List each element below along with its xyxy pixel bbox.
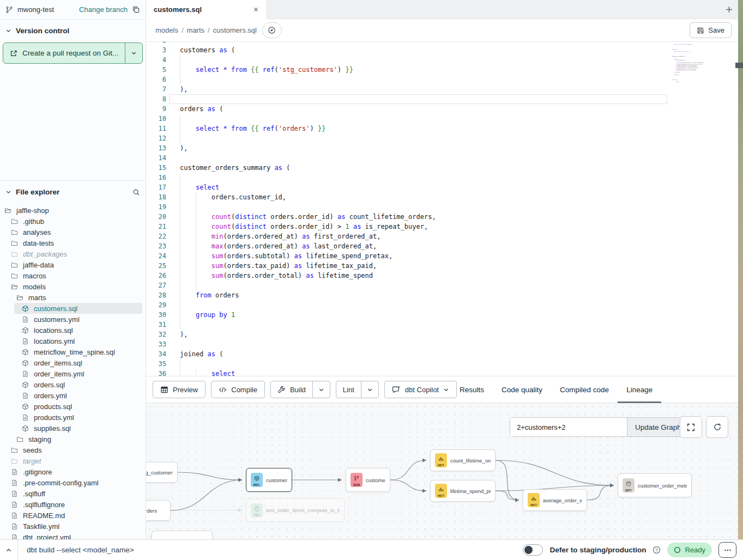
code-line-13[interactable]: 13), — [146, 143, 697, 153]
code-line-34[interactable]: 34joined as ( — [146, 349, 697, 359]
tree-item-products.sql[interactable]: products.sql — [0, 401, 146, 412]
code-line-24[interactable]: 24 sum(orders.subtotal) as lifetime_spen… — [146, 251, 697, 261]
code-line-19[interactable]: 19 — [146, 202, 697, 212]
code-line-23[interactable]: 23 max(orders.ordered_at) as last_ordere… — [146, 241, 697, 251]
breadcrumb-marts[interactable]: marts — [187, 26, 205, 34]
create-pull-request-dropdown[interactable] — [125, 43, 142, 63]
build-button[interactable]: Build — [271, 381, 313, 398]
code-line-32[interactable]: 32), — [146, 330, 697, 339]
fullscreen-button[interactable] — [680, 416, 702, 438]
code-line-22[interactable]: 22 min(orders.ordered_at) as first_order… — [146, 232, 697, 241]
lineage-node-customers_mdl[interactable]: MDLcustomers — [246, 468, 292, 492]
new-tab-button[interactable] — [721, 1, 737, 17]
lint-dropdown[interactable] — [361, 381, 378, 398]
tree-item-.sqlfluff[interactable]: .sqlfluff — [0, 488, 146, 499]
search-icon[interactable] — [132, 188, 140, 196]
code-line-14[interactable]: 14 — [146, 153, 697, 163]
tree-item-seeds[interactable]: seeds — [0, 445, 146, 455]
lineage-selector-input[interactable] — [510, 418, 627, 436]
code-line-15[interactable]: 15customer_orders_summary as ( — [146, 163, 697, 173]
tab-compiled-code[interactable]: Compiled code — [551, 376, 618, 403]
refresh-button[interactable] — [706, 416, 728, 438]
lineage-canvas[interactable]: Update Graph MDLstg_customersMDLordersMD… — [146, 403, 743, 539]
code-line-18[interactable]: 18 orders.customer_id, — [146, 192, 697, 202]
tree-item-staging[interactable]: staging — [0, 434, 146, 445]
change-branch-link[interactable]: Change branch — [79, 5, 128, 14]
tree-item-.github[interactable]: .github — [0, 216, 146, 227]
command-input[interactable]: dbt build --select <model_name> — [27, 546, 134, 554]
collapse-command-bar-button[interactable] — [0, 540, 18, 560]
compile-button[interactable]: Compile — [211, 381, 265, 398]
tab-code-quality[interactable]: Code quality — [493, 376, 551, 403]
breadcrumb-file[interactable]: customers.sql — [213, 26, 257, 34]
copy-icon[interactable] — [132, 5, 140, 14]
code-line-7[interactable]: 7), — [146, 84, 697, 94]
tab-results[interactable]: Results — [451, 376, 493, 403]
code-line-20[interactable]: 20 count(distinct orders.order_id) as co… — [146, 212, 697, 222]
tree-item-dbt_packages[interactable]: dbt_packages — [0, 248, 146, 259]
minimap[interactable]: withcustomers as ( select * from {{ ref(… — [672, 42, 718, 111]
lineage-node-customer_order_metrics[interactable]: QRYcustomer_order_metrics — [618, 473, 692, 497]
help-icon[interactable]: ? — [653, 546, 661, 554]
lineage-node-test_order_items[interactable]: TSTtest_order_items_compute_to_bools... — [246, 498, 345, 522]
tree-item-marts[interactable]: marts — [0, 292, 146, 303]
file-explorer-header[interactable]: File explorer — [0, 181, 146, 200]
lineage-node-lifetime_spend_pretax[interactable]: METlifetime_spend_pretax — [430, 480, 496, 502]
create-pull-request-button[interactable]: Create a pull request on Git... — [3, 42, 143, 64]
defer-toggle[interactable] — [523, 544, 543, 556]
code-line-21[interactable]: 21 count(distinct orders.order_id) > 1 a… — [146, 222, 697, 232]
code-line-27[interactable]: 27 — [146, 281, 697, 290]
code-line-29[interactable]: 29 — [146, 300, 697, 310]
create-pull-request-main[interactable]: Create a pull request on Git... — [3, 43, 125, 63]
tree-item-order_items.yml[interactable]: order_items.yml — [0, 368, 146, 379]
tree-item-data-tests[interactable]: data-tests — [0, 238, 146, 248]
code-line-9[interactable]: 9orders as ( — [146, 104, 697, 114]
code-line-31[interactable]: 31 — [146, 320, 697, 330]
close-icon[interactable] — [253, 7, 259, 13]
tree-item-Taskfile.yml[interactable]: Taskfile.yml — [0, 521, 146, 532]
code-line-33[interactable]: 33 — [146, 339, 697, 349]
breadcrumb-models[interactable]: models — [155, 26, 178, 34]
tree-item-customers.sql[interactable]: customers.sql — [14, 303, 142, 314]
code-line-11[interactable]: 11 select * from {{ ref('orders') }} — [146, 124, 697, 133]
tree-item-.sqlfluffignore[interactable]: .sqlfluffignore — [0, 499, 146, 510]
code-line-4[interactable]: 4 — [146, 55, 697, 65]
editor-scrollbar-thumb[interactable] — [735, 63, 743, 68]
tree-item-README.md[interactable]: README.md — [0, 510, 146, 521]
lineage-node-orders[interactable]: MDLorders — [146, 500, 171, 521]
lineage-node-stg_customers[interactable]: MDLstg_customers — [146, 462, 178, 483]
lineage-node-average_order_value[interactable]: METaverage_order_value — [523, 489, 587, 511]
tab-lineage[interactable]: Lineage — [618, 376, 661, 403]
version-control-header[interactable]: Version control — [0, 20, 146, 39]
tree-item-target[interactable]: target — [0, 455, 146, 466]
tree-item-products.yml[interactable]: products.yml — [0, 412, 146, 423]
code-line-30[interactable]: 30 group by 1 — [146, 310, 697, 320]
tree-item-dbt_project.yml[interactable]: dbt_project.yml — [0, 532, 146, 539]
lint-button[interactable]: Lint — [336, 381, 361, 398]
code-line-26[interactable]: 26 sum(orders.order_total) as lifetime_s… — [146, 271, 697, 281]
code-line-10[interactable]: 10 — [146, 114, 697, 124]
lineage-node-partial_node[interactable] — [152, 531, 213, 539]
preview-button[interactable]: Preview — [153, 381, 206, 398]
save-button[interactable]: Save — [690, 22, 732, 38]
tree-item-.pre-commit-config.yaml[interactable]: .pre-commit-config.yaml — [0, 477, 146, 488]
code-line-12[interactable]: 12 — [146, 133, 697, 143]
code-line-17[interactable]: 17 select — [146, 182, 697, 192]
code-line-35[interactable]: 35 — [146, 359, 697, 369]
tree-item-orders.yml[interactable]: orders.yml — [0, 390, 146, 401]
lineage-node-count_lifetime_orders[interactable]: METcount_lifetime_orders — [430, 449, 496, 471]
tree-item-customers.yml[interactable]: customers.yml — [0, 314, 146, 325]
tree-item-metricflow_time_spine.sql[interactable]: metricflow_time_spine.sql — [0, 346, 146, 357]
tree-item-.gitignore[interactable]: .gitignore — [0, 466, 146, 477]
code-line-6[interactable]: 6 — [146, 75, 697, 84]
tree-item-locations.yml[interactable]: locations.yml — [0, 336, 146, 346]
tree-item-supplies.sql[interactable]: supplies.sql — [0, 423, 146, 434]
code-line-3[interactable]: 3customers as ( — [146, 45, 697, 55]
tree-item-locations.sql[interactable]: locations.sql — [0, 325, 146, 336]
more-options-button[interactable] — [718, 542, 736, 558]
tree-item-analyses[interactable]: analyses — [0, 227, 146, 238]
explore-pill[interactable] — [262, 22, 282, 38]
tree-item-jaffle-shop[interactable]: jaffle-shop — [0, 205, 146, 216]
tree-item-order_items.sql[interactable]: order_items.sql — [0, 357, 146, 368]
tree-item-models[interactable]: models — [0, 281, 146, 292]
